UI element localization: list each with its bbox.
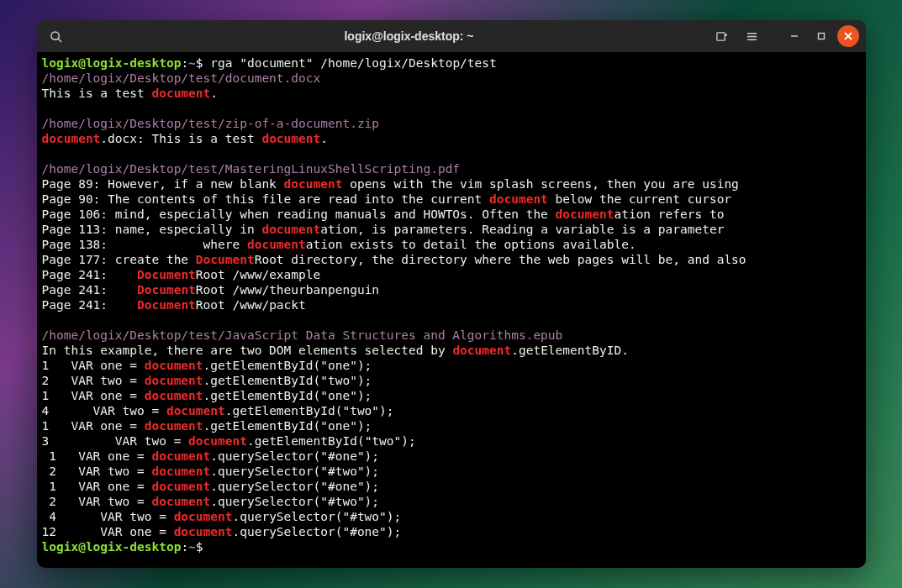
result-text: 1 VAR one = (42, 419, 145, 433)
prompt-line[interactable]: logix@logix-desktop:~$ (42, 539, 861, 554)
result-text: Page 241: (42, 298, 138, 312)
close-button[interactable] (837, 25, 859, 47)
match-highlight: document (145, 374, 203, 387)
result-file-path: /home/logix/Desktop/test/MasteringLinuxS… (42, 162, 461, 176)
result-text: .getElementById("two"); (225, 404, 394, 417)
result-text: Root directory, the directory where the … (255, 253, 746, 266)
result-text: 1 VAR one = (42, 449, 152, 463)
result-text: Page 241: (42, 283, 138, 297)
command-text: rga "document" /home/logix/Desktop/test (203, 56, 497, 70)
result-text: .getElementById("one"); (203, 419, 372, 433)
hamburger-menu-icon[interactable] (740, 24, 765, 49)
window-title: logix@logix-desktop: ~ (128, 29, 691, 43)
search-icon[interactable] (44, 24, 69, 49)
match-highlight: document (261, 132, 320, 145)
result-line: 2 VAR two = document.querySelector("#two… (42, 464, 861, 479)
result-text: 12 VAR one = (42, 525, 174, 538)
result-text: .querySelector("#one"); (210, 449, 379, 463)
svg-rect-2 (717, 32, 725, 39)
prompt-path: ~ (188, 56, 196, 70)
result-text: 1 VAR one = (42, 359, 145, 372)
result-line: Page 138: where documentation exists to … (42, 237, 861, 252)
result-line: Page 241: DocumentRoot /www/example (42, 267, 861, 282)
result-text: 3 VAR two = (42, 434, 189, 448)
minimize-button[interactable] (783, 25, 805, 47)
result-text: Root /www/example (196, 268, 320, 281)
result-text: Page 106: mind, especially when reading … (42, 207, 556, 221)
result-line: Page 177: create the DocumentRoot direct… (42, 252, 861, 267)
result-line: Page 241: DocumentRoot /www/theurbanpeng… (42, 282, 861, 297)
result-line: document.docx: This is a test document. (42, 131, 861, 146)
match-highlight: document (452, 344, 511, 357)
result-text: below the current cursor (548, 192, 731, 206)
svg-line-1 (58, 39, 61, 42)
result-text: 2 VAR two = (42, 465, 152, 478)
match-highlight: document (247, 238, 306, 251)
match-highlight: document (188, 434, 247, 448)
terminal-output[interactable]: logix@logix-desktop:~$ rga "document" /h… (37, 52, 866, 568)
svg-point-0 (51, 31, 59, 39)
match-highlight: document (145, 389, 203, 402)
result-line: Page 89: However, if a new blank documen… (42, 176, 861, 192)
result-text: .getElementByID. (511, 344, 629, 357)
match-highlight: document (261, 223, 320, 236)
match-highlight: Document (137, 283, 196, 297)
result-text: .getElementById("two"); (247, 434, 416, 448)
new-tab-icon[interactable] (709, 24, 735, 49)
result-text: ation, is parameters. Reading a variable… (320, 223, 724, 236)
maximize-button[interactable] (810, 25, 832, 47)
result-line: 1 VAR one = document.querySelector("#one… (42, 479, 861, 494)
prompt-path: ~ (188, 540, 196, 554)
match-highlight: document (151, 480, 210, 493)
result-line: This is a test document. (42, 86, 861, 101)
match-highlight: document (151, 87, 210, 100)
result-line: In this example, there are two DOM eleme… (42, 343, 861, 358)
result-line: 12 VAR one = document.querySelector("#on… (42, 524, 861, 539)
result-text: This is a test (42, 87, 152, 100)
result-line: 1 VAR one = document.getElementById("one… (42, 388, 861, 403)
result-text: .querySelector("#one"); (210, 480, 379, 493)
result-line: Page 241: DocumentRoot /www/packt (42, 297, 861, 312)
match-highlight: document (284, 177, 343, 191)
result-line: 4 VAR two = document.querySelector("#two… (42, 509, 861, 524)
result-line: 4 VAR two = document.getElementById("two… (42, 403, 861, 418)
result-text: 1 VAR one = (42, 480, 152, 493)
match-highlight: document (166, 404, 225, 417)
result-line: Page 106: mind, especially when reading … (42, 207, 861, 222)
titlebar: logix@logix-desktop: ~ (37, 20, 866, 52)
result-text: 4 VAR two = (42, 510, 174, 523)
match-highlight: document (174, 510, 233, 523)
result-text: Page 241: (42, 268, 138, 281)
result-text: 4 VAR two = (42, 404, 166, 417)
result-text: ation refers to (614, 207, 724, 221)
result-text: Page 90: The contents of this file are r… (42, 192, 490, 206)
result-line: 3 VAR two = document.getElementById("two… (42, 433, 861, 449)
result-line: Page 90: The contents of this file are r… (42, 192, 861, 207)
result-text: .querySelector("#two"); (232, 510, 401, 523)
match-highlight: document (151, 465, 210, 478)
match-highlight: document (489, 192, 548, 206)
command-line: logix@logix-desktop:~$ rga "document" /h… (42, 55, 861, 71)
result-text: 1 VAR one = (42, 389, 145, 402)
result-file-path: /home/logix/Desktop/test/JavaScript Data… (42, 328, 563, 342)
result-text: .docx: This is a test (100, 132, 261, 145)
svg-rect-9 (818, 34, 824, 39)
result-line: 1 VAR one = document.querySelector("#one… (42, 449, 861, 464)
result-line: 2 VAR two = document.getElementById("two… (42, 373, 861, 388)
result-text: Root /www/packt (196, 298, 306, 312)
result-text: . (210, 87, 218, 100)
result-line: Page 113: name, especially in documentat… (42, 222, 861, 237)
result-text: .querySelector("#two"); (210, 465, 379, 478)
match-highlight: document (556, 207, 615, 221)
result-text: 2 VAR two = (42, 495, 152, 508)
match-highlight: document (174, 525, 233, 538)
result-file-path: /home/logix/Desktop/test/document.docx (42, 71, 321, 85)
match-highlight: document (151, 495, 210, 508)
result-text: opens with the vim splash screens, then … (342, 177, 738, 191)
prompt-user-host: logix@logix-desktop (42, 540, 182, 554)
result-text: 2 VAR two = (42, 374, 145, 387)
match-highlight: Document (137, 298, 196, 312)
result-text: Page 138: where (42, 238, 247, 251)
result-text: Page 89: However, if a new blank (42, 177, 284, 191)
result-text: .getElementById("one"); (203, 359, 372, 372)
